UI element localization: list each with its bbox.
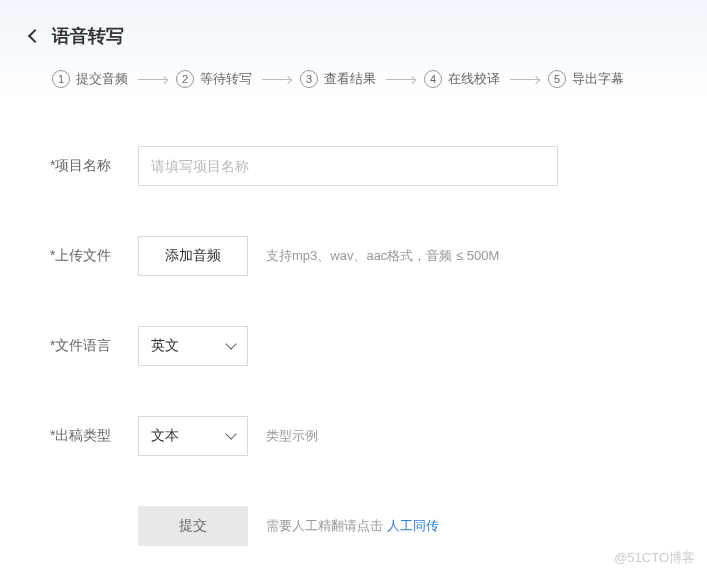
label-upload: *上传文件 bbox=[50, 247, 138, 265]
submit-hint: 需要人工精翻请点击 人工同传 bbox=[266, 517, 439, 535]
step-number: 5 bbox=[548, 70, 566, 88]
header: 语音转写 1 提交音频 2 等待转写 3 查看结果 4 在线校译 5 导出字幕 bbox=[0, 0, 707, 106]
language-value: 英文 bbox=[151, 337, 179, 355]
step-3: 3 查看结果 bbox=[300, 70, 376, 88]
label-project-name: *项目名称 bbox=[50, 157, 138, 175]
row-project-name: *项目名称 bbox=[50, 146, 657, 186]
output-type-select[interactable]: 文本 bbox=[138, 416, 248, 456]
step-label: 等待转写 bbox=[200, 70, 252, 88]
label-language: *文件语言 bbox=[50, 337, 138, 355]
upload-hint: 支持mp3、wav、aac格式，音频 ≤ 500M bbox=[266, 247, 499, 265]
chevron-down-icon bbox=[225, 428, 236, 439]
step-label: 查看结果 bbox=[324, 70, 376, 88]
step-number: 4 bbox=[424, 70, 442, 88]
submit-hint-text: 需要人工精翻请点击 bbox=[266, 518, 387, 533]
step-2: 2 等待转写 bbox=[176, 70, 252, 88]
output-type-value: 文本 bbox=[151, 427, 179, 445]
arrow-icon bbox=[386, 79, 414, 80]
steps-nav: 1 提交音频 2 等待转写 3 查看结果 4 在线校译 5 导出字幕 bbox=[30, 70, 677, 88]
step-4: 4 在线校译 bbox=[424, 70, 500, 88]
row-output-type: *出稿类型 文本 类型示例 bbox=[50, 416, 657, 456]
language-select[interactable]: 英文 bbox=[138, 326, 248, 366]
arrow-icon bbox=[262, 79, 290, 80]
output-type-hint: 类型示例 bbox=[266, 427, 318, 445]
step-5: 5 导出字幕 bbox=[548, 70, 624, 88]
step-number: 3 bbox=[300, 70, 318, 88]
human-translate-link[interactable]: 人工同传 bbox=[387, 518, 439, 533]
row-language: *文件语言 英文 bbox=[50, 326, 657, 366]
watermark: @51CTO博客 bbox=[614, 549, 695, 567]
back-icon[interactable] bbox=[28, 29, 42, 43]
form: *项目名称 *上传文件 添加音频 支持mp3、wav、aac格式，音频 ≤ 50… bbox=[0, 106, 707, 566]
step-label: 导出字幕 bbox=[572, 70, 624, 88]
step-number: 2 bbox=[176, 70, 194, 88]
step-label: 提交音频 bbox=[76, 70, 128, 88]
submit-button[interactable]: 提交 bbox=[138, 506, 248, 546]
row-upload: *上传文件 添加音频 支持mp3、wav、aac格式，音频 ≤ 500M bbox=[50, 236, 657, 276]
project-name-input[interactable] bbox=[138, 146, 558, 186]
chevron-down-icon bbox=[225, 338, 236, 349]
title-row: 语音转写 bbox=[30, 24, 677, 48]
add-audio-button[interactable]: 添加音频 bbox=[138, 236, 248, 276]
label-output-type: *出稿类型 bbox=[50, 427, 138, 445]
step-label: 在线校译 bbox=[448, 70, 500, 88]
arrow-icon bbox=[510, 79, 538, 80]
row-submit: 提交 需要人工精翻请点击 人工同传 bbox=[50, 506, 657, 546]
step-number: 1 bbox=[52, 70, 70, 88]
step-1: 1 提交音频 bbox=[52, 70, 128, 88]
arrow-icon bbox=[138, 79, 166, 80]
page-title: 语音转写 bbox=[52, 24, 124, 48]
